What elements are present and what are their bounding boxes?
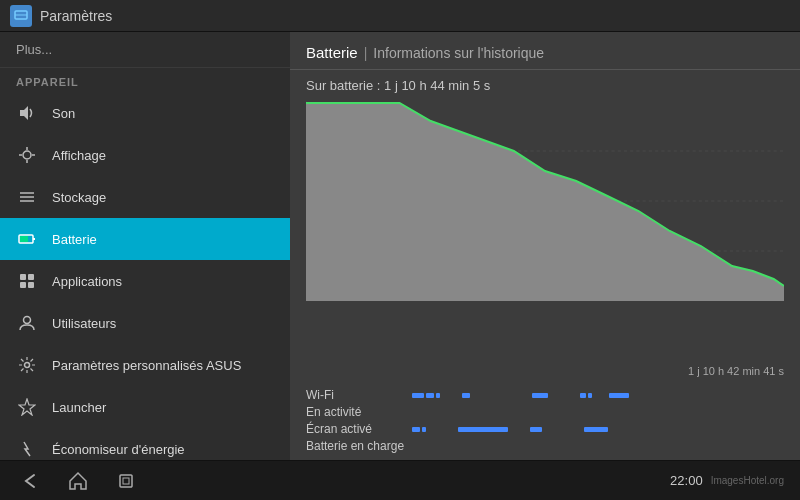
titlebar: Paramètres: [0, 0, 800, 32]
content-area: Batterie | Informations sur l'historique…: [290, 32, 800, 460]
wifi-bar: [532, 393, 548, 398]
sidebar-label-utilisateurs: Utilisateurs: [52, 316, 116, 331]
sidebar-label-affichage: Affichage: [52, 148, 106, 163]
svg-rect-17: [28, 282, 34, 288]
title-separator: |: [364, 45, 368, 61]
sidebar-label-stockage: Stockage: [52, 190, 106, 205]
stat-row-wifi: Wi-Fi: [306, 388, 784, 402]
timeline-label: 1 j 10 h 42 min 41 s: [290, 363, 800, 381]
content-main-title: Batterie: [306, 44, 358, 61]
svg-rect-16: [20, 282, 26, 288]
sidebar-item-parametres-asus[interactable]: Paramètres personnalisés ASUS: [0, 344, 290, 386]
main-layout: Plus... APPAREIL Son Affichage Stockage: [0, 32, 800, 460]
wifi-bar: [436, 393, 440, 398]
recent-apps-button[interactable]: [112, 467, 140, 495]
stat-label-ecran: Écran activé: [306, 422, 406, 436]
nav-buttons: [16, 467, 140, 495]
battery-chart: [290, 101, 800, 363]
sound-icon: [16, 102, 38, 124]
stat-row-charge: Batterie en charge: [306, 439, 784, 453]
launcher-icon: [16, 396, 38, 418]
bottom-navigation: 22:00 ImagesHotel.org: [0, 460, 800, 500]
sidebar-label-batterie: Batterie: [52, 232, 97, 247]
sidebar: Plus... APPAREIL Son Affichage Stockage: [0, 32, 290, 460]
wifi-bar: [580, 393, 586, 398]
content-header: Batterie | Informations sur l'historique: [290, 32, 800, 70]
svg-point-3: [23, 151, 31, 159]
svg-rect-13: [20, 236, 28, 242]
sidebar-label-applications: Applications: [52, 274, 122, 289]
sidebar-item-stockage[interactable]: Stockage: [0, 176, 290, 218]
wifi-bar: [412, 393, 424, 398]
sidebar-item-son[interactable]: Son: [0, 92, 290, 134]
battery-chart-svg: [306, 101, 784, 301]
bottom-right-area: 22:00 ImagesHotel.org: [670, 473, 784, 488]
wifi-bar: [609, 393, 629, 398]
sidebar-item-affichage[interactable]: Affichage: [0, 134, 290, 176]
stat-bars-wifi: [412, 393, 784, 398]
svg-rect-12: [33, 238, 35, 240]
sidebar-more[interactable]: Plus...: [0, 32, 290, 68]
app-icon: [10, 5, 32, 27]
sidebar-item-utilisateurs[interactable]: Utilisateurs: [0, 302, 290, 344]
sidebar-label-son: Son: [52, 106, 75, 121]
sidebar-label-parametres-asus: Paramètres personnalisés ASUS: [52, 358, 241, 373]
users-icon: [16, 312, 38, 334]
stat-bars-ecran: [412, 427, 784, 432]
wifi-bar: [588, 393, 592, 398]
applications-icon: [16, 270, 38, 292]
ecran-bar: [422, 427, 426, 432]
wifi-bar: [426, 393, 434, 398]
svg-point-18: [24, 317, 31, 324]
svg-point-19: [25, 363, 30, 368]
ecran-bar: [458, 427, 508, 432]
svg-marker-2: [20, 106, 28, 120]
power-icon: [16, 438, 38, 460]
sidebar-label-economiseur: Économiseur d'énergie: [52, 442, 185, 457]
svg-rect-33: [120, 475, 132, 487]
watermark: ImagesHotel.org: [711, 475, 784, 486]
stat-row-activite: En activité: [306, 405, 784, 419]
sidebar-item-applications[interactable]: Applications: [0, 260, 290, 302]
window-title: Paramètres: [40, 8, 112, 24]
ecran-bar: [530, 427, 542, 432]
battery-time-label: Sur batterie : 1 j 10 h 44 min 5 s: [290, 70, 800, 101]
content-sub-title: Informations sur l'historique: [373, 45, 544, 61]
svg-rect-14: [20, 274, 26, 280]
wifi-bar: [462, 393, 470, 398]
section-appareil: APPAREIL: [0, 68, 290, 92]
stat-label-wifi: Wi-Fi: [306, 388, 406, 402]
svg-rect-34: [123, 478, 129, 484]
stat-label-activite: En activité: [306, 405, 406, 419]
ecran-bar: [584, 427, 608, 432]
settings-icon: [16, 354, 38, 376]
stat-row-ecran: Écran activé: [306, 422, 784, 436]
stat-label-charge: Batterie en charge: [306, 439, 406, 453]
home-button[interactable]: [64, 467, 92, 495]
storage-icon: [16, 186, 38, 208]
ecran-bar: [412, 427, 420, 432]
clock: 22:00: [670, 473, 703, 488]
display-icon: [16, 144, 38, 166]
sidebar-item-launcher[interactable]: Launcher: [0, 386, 290, 428]
timeline-text: 1 j 10 h 42 min 41 s: [688, 365, 784, 377]
back-button[interactable]: [16, 467, 44, 495]
battery-stats: Wi-Fi En activité Écran act: [290, 381, 800, 460]
sidebar-label-launcher: Launcher: [52, 400, 106, 415]
sidebar-item-batterie[interactable]: Batterie: [0, 218, 290, 260]
svg-rect-15: [28, 274, 34, 280]
sidebar-item-economiseur[interactable]: Économiseur d'énergie: [0, 428, 290, 460]
battery-icon: [16, 228, 38, 250]
